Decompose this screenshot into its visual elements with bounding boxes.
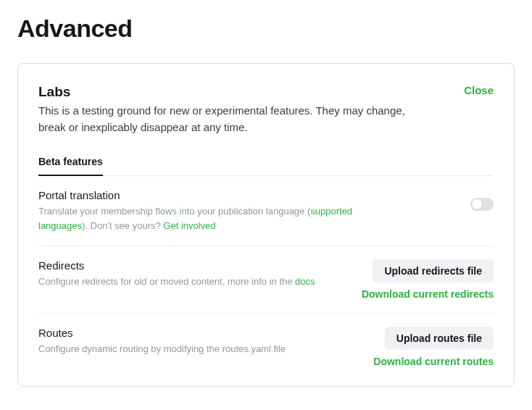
routes-description: Configure dynamic routing by modifying t… <box>38 342 356 356</box>
download-redirects-link[interactable]: Download current redirects <box>362 288 494 300</box>
card-header-left: Labs This is a testing ground for new or… <box>38 84 415 135</box>
portal-translation-title: Portal translation <box>38 189 453 201</box>
labs-description: This is a testing ground for new or expe… <box>38 103 415 135</box>
page-title: Advanced <box>17 14 515 43</box>
redirects-title: Redirects <box>38 259 344 272</box>
tabs-bar: Beta features <box>38 156 494 176</box>
section-right: Upload routes file Download current rout… <box>373 327 494 367</box>
close-button[interactable]: Close <box>464 84 494 96</box>
desc-text: ). Don't see yours? <box>82 220 163 231</box>
upload-routes-button[interactable]: Upload routes file <box>385 327 494 350</box>
section-left: Routes Configure dynamic routing by modi… <box>38 327 356 356</box>
labs-card: Labs This is a testing ground for new or… <box>17 63 515 387</box>
card-header: Labs This is a testing ground for new or… <box>38 84 494 135</box>
desc-text: Translate your membership flows into you… <box>38 206 310 217</box>
redirects-description: Configure redirects for old or moved con… <box>38 275 344 289</box>
labs-title: Labs <box>38 84 415 100</box>
portal-translation-description: Translate your membership flows into you… <box>38 204 386 233</box>
section-redirects: Redirects Configure redirects for old or… <box>38 246 494 314</box>
section-right: Upload redirects file Download current r… <box>362 259 494 300</box>
desc-text: Configure redirects for old or moved con… <box>38 276 295 287</box>
docs-link[interactable]: docs <box>295 276 315 287</box>
download-routes-link[interactable]: Download current routes <box>373 356 494 367</box>
section-left: Portal translation Translate your member… <box>38 189 453 233</box>
section-portal-translation: Portal translation Translate your member… <box>38 176 494 246</box>
tab-beta-features[interactable]: Beta features <box>38 156 103 176</box>
upload-redirects-button[interactable]: Upload redirects file <box>373 259 494 283</box>
toggle-knob <box>472 199 482 209</box>
section-left: Redirects Configure redirects for old or… <box>38 259 344 289</box>
section-routes: Routes Configure dynamic routing by modi… <box>38 314 494 370</box>
get-involved-link[interactable]: Get involved <box>163 220 215 231</box>
portal-translation-toggle[interactable] <box>470 198 494 211</box>
routes-title: Routes <box>38 327 356 339</box>
